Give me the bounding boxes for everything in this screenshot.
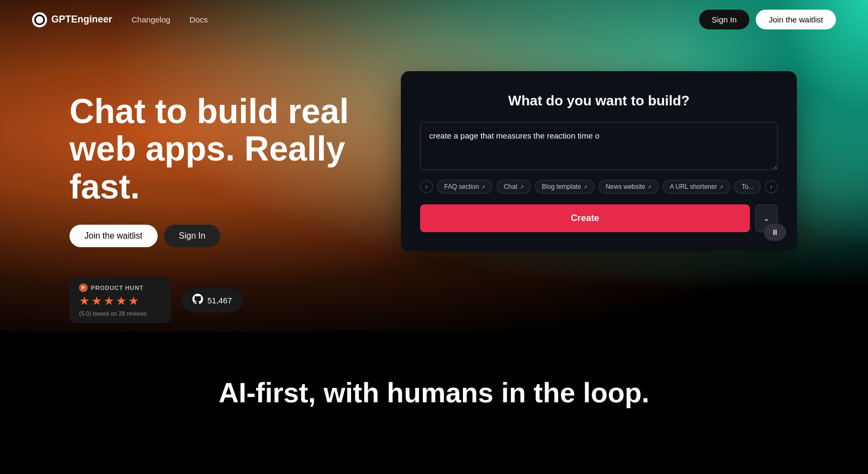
ph-icon: P	[79, 284, 88, 292]
bottom-section: AI-first, with humans in the loop.	[0, 323, 868, 441]
github-badge[interactable]: 51,467	[182, 288, 243, 312]
demo-card: What do you want to build? ‹ FAQ section…	[401, 71, 797, 251]
create-area: Create ⌄	[420, 204, 778, 232]
pause-icon: ⏸	[771, 228, 779, 236]
bottom-tagline: AI-first, with humans in the loop.	[0, 377, 868, 409]
nav-left: GPTEngineer Changelog Docs	[32, 12, 208, 27]
nav-right: Sign In Join the waitlist	[699, 10, 836, 29]
suggestions-next-button[interactable]: ›	[765, 180, 778, 193]
hero-buttons: Join the waitlist Sign In	[69, 225, 369, 247]
hero-section: Chat to build real web apps. Really fast…	[0, 39, 868, 323]
suggestions-bar: ‹ FAQ section ↗ Chat ↗ Blog template ↗ N…	[420, 180, 778, 194]
product-hunt-badge: P PRODUCT HUNT ★ ★ ★ ★ ★ (5.0) based on …	[69, 277, 171, 323]
github-icon	[192, 294, 203, 307]
github-stars: 51,467	[207, 296, 232, 305]
suggestion-more[interactable]: To...	[734, 180, 761, 194]
navbar: GPTEngineer Changelog Docs Sign In Join …	[0, 0, 868, 39]
build-input[interactable]	[420, 122, 778, 170]
docs-link[interactable]: Docs	[190, 15, 208, 24]
create-button[interactable]: Create	[420, 204, 750, 232]
logo[interactable]: GPTEngineer	[32, 12, 112, 27]
logo-text: GPTEngineer	[51, 14, 112, 25]
hero-signin-button[interactable]: Sign In	[164, 225, 221, 247]
nav-signin-button[interactable]: Sign In	[699, 10, 750, 29]
demo-title: What do you want to build?	[420, 93, 778, 109]
suggestion-url[interactable]: A URL shortener ↗	[663, 180, 730, 194]
stars: ★ ★ ★ ★ ★	[79, 294, 161, 308]
ph-header: P PRODUCT HUNT	[79, 284, 161, 292]
hero-title: Chat to build real web apps. Really fast…	[69, 93, 369, 205]
ph-subtitle: (5.0) based on 28 reviews	[79, 310, 161, 317]
logo-icon	[32, 12, 47, 27]
hero-left: Chat to build real web apps. Really fast…	[69, 71, 369, 323]
social-proof: P PRODUCT HUNT ★ ★ ★ ★ ★ (5.0) based on …	[69, 277, 369, 323]
changelog-link[interactable]: Changelog	[131, 15, 170, 24]
suggestions-prev-button[interactable]: ‹	[420, 180, 433, 193]
hero-waitlist-button[interactable]: Join the waitlist	[69, 225, 158, 247]
nav-waitlist-button[interactable]: Join the waitlist	[756, 10, 836, 29]
suggestion-faq[interactable]: FAQ section ↗	[437, 180, 492, 194]
pause-button[interactable]: ⏸	[764, 224, 786, 241]
suggestion-chat[interactable]: Chat ↗	[497, 180, 530, 194]
suggestion-news[interactable]: News website ↗	[599, 180, 658, 194]
suggestion-blog[interactable]: Blog template ↗	[535, 180, 594, 194]
